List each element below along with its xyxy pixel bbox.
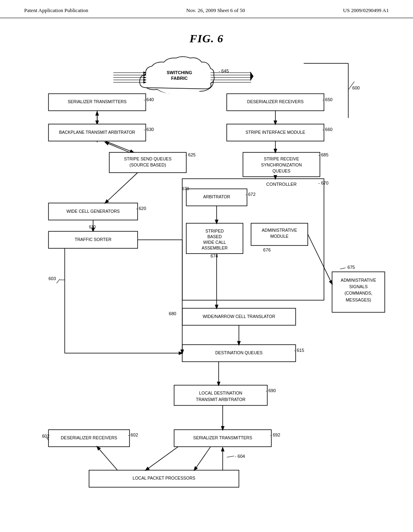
serializer-tx-label: SERIALIZER TRANSMITTERS bbox=[68, 99, 127, 104]
svg-text:676: 676 bbox=[263, 247, 271, 252]
svg-text:TRANSMIT ARBITRATOR: TRANSMIT ARBITRATOR bbox=[196, 397, 246, 402]
svg-text:- 630: - 630 bbox=[144, 127, 154, 132]
svg-text:WIDE CELL GENERATORS: WIDE CELL GENERATORS bbox=[67, 209, 120, 214]
svg-text:- 670: - 670 bbox=[318, 181, 328, 185]
svg-line-90 bbox=[227, 456, 234, 457]
svg-marker-16 bbox=[250, 71, 253, 81]
page-header: Patent Application Publication Nov. 26, … bbox=[0, 0, 413, 18]
svg-text:CONTROLLER: CONTROLLER bbox=[266, 182, 296, 187]
svg-text:LOCAL DESTINATION: LOCAL DESTINATION bbox=[199, 391, 242, 395]
diagram-area: FIG. 6 SWITCHING FABRIC - 645 bbox=[24, 32, 389, 516]
diagram-svg: SWITCHING FABRIC - 645 600 SERIALIZER TR… bbox=[24, 49, 389, 527]
fig-title: FIG. 6 bbox=[24, 32, 389, 45]
svg-text:ADMINISTRATIVE: ADMINISTRATIVE bbox=[341, 278, 376, 283]
svg-text:- 660: - 660 bbox=[322, 127, 332, 132]
svg-text:SIGNALS: SIGNALS bbox=[349, 284, 368, 289]
ref-600: 600 bbox=[353, 85, 360, 90]
svg-text:(COMMANDS,: (COMMANDS, bbox=[344, 291, 372, 295]
svg-text:STRIPE RECEIVE: STRIPE RECEIVE bbox=[264, 156, 299, 161]
header-left: Patent Application Publication bbox=[24, 7, 88, 14]
stripe-send-q-label2: (SOURCE BASED) bbox=[129, 162, 166, 167]
svg-text:SERIALIZER TRANSMITTERS: SERIALIZER TRANSMITTERS bbox=[193, 435, 252, 440]
svg-text:DESERIALIZER RECEIVERS: DESERIALIZER RECEIVERS bbox=[61, 435, 117, 440]
svg-line-39 bbox=[105, 172, 138, 203]
svg-text:BASED: BASED bbox=[207, 234, 222, 239]
svg-text:STRIPED: STRIPED bbox=[205, 229, 224, 233]
svg-text:603: 603 bbox=[48, 276, 56, 281]
svg-text:- 615: - 615 bbox=[294, 348, 304, 353]
header-right: US 2009/0290499 A1 bbox=[343, 7, 389, 14]
svg-text:- 672: - 672 bbox=[245, 192, 255, 197]
deserializer-rx-top-label: DESERIALIZER RECEIVERS bbox=[247, 99, 304, 104]
svg-text:- 640: - 640 bbox=[144, 97, 154, 102]
svg-text:DESTINATION QUEUES: DESTINATION QUEUES bbox=[215, 350, 263, 355]
svg-text:- 620: - 620 bbox=[136, 206, 146, 211]
svg-text:- 650: - 650 bbox=[322, 97, 332, 102]
svg-text:MESSAGES): MESSAGES) bbox=[346, 297, 371, 302]
switching-fabric-node: SWITCHING FABRIC - 645 bbox=[140, 57, 229, 95]
svg-text:- 625: - 625 bbox=[186, 152, 196, 157]
local-dest-arb-box bbox=[174, 385, 267, 405]
svg-text:ARBITRATOR: ARBITRATOR bbox=[203, 194, 230, 199]
svg-text:680: 680 bbox=[169, 311, 176, 316]
svg-line-45 bbox=[56, 279, 60, 283]
svg-text:SYNCHRONIZATION: SYNCHRONIZATION bbox=[261, 162, 302, 167]
svg-text:602: 602 bbox=[42, 434, 49, 438]
svg-text:- 604: - 604 bbox=[235, 454, 245, 459]
header-middle: Nov. 26, 2009 Sheet 6 of 50 bbox=[186, 7, 245, 14]
svg-line-87 bbox=[194, 447, 211, 470]
svg-line-29 bbox=[105, 141, 133, 152]
svg-text:ADMINISTRATIVE: ADMINISTRATIVE bbox=[262, 228, 297, 233]
svg-text:- 602: - 602 bbox=[128, 432, 138, 437]
stripe-send-q-label1: STRIPE SEND QUEUES bbox=[124, 156, 172, 161]
svg-text:610: 610 bbox=[89, 225, 96, 229]
svg-line-30 bbox=[105, 142, 129, 152]
svg-text:WIDE CALL: WIDE CALL bbox=[203, 240, 226, 245]
svg-text:FABRIC: FABRIC bbox=[171, 76, 188, 81]
svg-line-86 bbox=[97, 447, 117, 470]
backplane-arb-label: BACKPLANE TRANSMIT ARBITRATOR bbox=[59, 130, 135, 135]
svg-text:- 690: - 690 bbox=[266, 388, 276, 393]
svg-text:670: 670 bbox=[182, 187, 189, 191]
svg-text:WIDE/NARROW CELL TRANSLATOR: WIDE/NARROW CELL TRANSLATOR bbox=[202, 314, 275, 319]
svg-text:SWITCHING: SWITCHING bbox=[167, 70, 192, 75]
svg-text:- 685: - 685 bbox=[318, 152, 328, 157]
svg-text:MODULE: MODULE bbox=[270, 234, 288, 239]
stripe-if-label: STRIPE INTERFACE MODULE bbox=[246, 130, 305, 135]
svg-text:- 692: - 692 bbox=[270, 432, 280, 437]
svg-text:QUEUES: QUEUES bbox=[273, 168, 290, 173]
svg-line-92 bbox=[146, 447, 178, 470]
svg-text:TRAFFIC SORTER: TRAFFIC SORTER bbox=[75, 237, 111, 242]
svg-text:ASSEMBLER: ASSEMBLER bbox=[202, 245, 228, 250]
svg-text:675: 675 bbox=[348, 265, 355, 270]
svg-text:LOCAL PACKET PROCESSORS: LOCAL PACKET PROCESSORS bbox=[133, 476, 195, 480]
